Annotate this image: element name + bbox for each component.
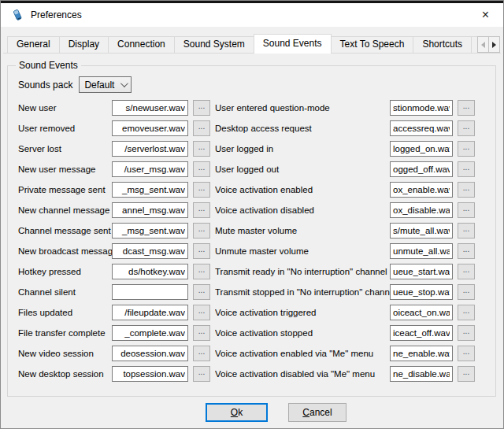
sound-event-label: Voice activation disabled via "Me" menu xyxy=(215,369,390,379)
sound-file-input[interactable] xyxy=(390,202,453,218)
sound-event-row: Voice activation triggered ... xyxy=(215,302,475,323)
sound-file-input[interactable] xyxy=(390,305,453,320)
browse-button[interactable]: ... xyxy=(193,305,210,320)
browse-button[interactable]: ... xyxy=(193,161,210,177)
sound-event-row: Transmit ready in "No interruption" chan… xyxy=(215,261,475,282)
sound-file-input[interactable] xyxy=(112,264,188,279)
sound-file-input[interactable] xyxy=(112,120,188,136)
sound-file-input[interactable] xyxy=(112,325,188,341)
sound-event-row: User removed ... xyxy=(18,118,210,139)
sound-event-label: Transmit stopped in "No interruption" ch… xyxy=(215,287,390,297)
tab-text-to-speech[interactable]: Text To Speech xyxy=(331,36,414,53)
sound-file-input[interactable] xyxy=(112,223,188,239)
app-icon xyxy=(11,9,24,21)
sound-file-input[interactable] xyxy=(112,141,188,157)
browse-button[interactable]: ... xyxy=(193,325,210,341)
sound-event-row: Transmit stopped in "No interruption" ch… xyxy=(215,282,475,302)
browse-button[interactable]: ... xyxy=(193,100,210,116)
sound-event-label: Voice activation enabled via "Me" menu xyxy=(215,349,390,358)
browse-button[interactable]: ... xyxy=(458,243,475,259)
sound-event-label: Voice activation enabled xyxy=(215,185,390,194)
sound-file-input[interactable] xyxy=(390,243,453,259)
sound-file-input[interactable] xyxy=(112,366,188,382)
sound-file-input[interactable] xyxy=(390,325,453,341)
sound-file-input[interactable] xyxy=(112,346,188,361)
browse-button[interactable]: ... xyxy=(193,366,210,382)
cancel-button[interactable]: Cancel xyxy=(288,403,346,422)
browse-button[interactable]: ... xyxy=(458,284,475,300)
groupbox-title: Sound Events xyxy=(16,60,81,71)
close-icon: × xyxy=(482,8,489,22)
chevron-down-icon xyxy=(120,80,128,87)
browse-button[interactable]: ... xyxy=(193,223,210,239)
sound-event-row: Private message sent ... xyxy=(18,179,210,200)
sound-file-input[interactable] xyxy=(390,100,453,116)
sound-file-input[interactable] xyxy=(390,223,453,239)
sound-event-label: Channel silent xyxy=(18,287,112,297)
sound-event-label: Transmit ready in "No interruption" chan… xyxy=(215,267,390,276)
sound-file-input[interactable] xyxy=(390,366,453,382)
sound-event-label: Voice activation disabled xyxy=(215,205,390,215)
browse-button[interactable]: ... xyxy=(193,120,210,136)
sound-event-label: Hotkey pressed xyxy=(18,267,112,276)
sound-file-input[interactable] xyxy=(112,243,188,259)
sound-file-input[interactable] xyxy=(112,284,188,300)
sound-file-input[interactable] xyxy=(390,120,453,136)
sound-file-input[interactable] xyxy=(390,284,453,300)
browse-button[interactable]: ... xyxy=(193,243,210,259)
browse-button[interactable]: ... xyxy=(458,264,475,279)
sound-event-row: Voice activation disabled via "Me" menu … xyxy=(215,364,475,384)
sound-event-label: Voice activation stopped xyxy=(215,328,390,338)
sound-file-input[interactable] xyxy=(112,305,188,320)
tab-sound-system[interactable]: Sound System xyxy=(174,36,254,53)
tab-scroll-left-button[interactable] xyxy=(477,36,489,53)
sound-events-left-column: New user ... User removed ... Server los… xyxy=(18,98,210,384)
window-title: Preferences xyxy=(31,9,82,20)
sound-file-input[interactable] xyxy=(112,202,188,218)
sound-event-row: Voice activation enabled ... xyxy=(215,179,475,200)
browse-button[interactable]: ... xyxy=(458,202,475,218)
tab-display[interactable]: Display xyxy=(59,36,109,53)
sound-file-input[interactable] xyxy=(390,346,453,361)
browse-button[interactable]: ... xyxy=(458,325,475,341)
tab-shortcuts[interactable]: Shortcuts xyxy=(413,36,472,53)
sounds-pack-value: Default xyxy=(84,80,114,91)
close-button[interactable]: × xyxy=(468,3,503,27)
tab-general[interactable]: General xyxy=(7,36,60,53)
sound-event-label: User removed xyxy=(18,124,112,133)
sound-file-input[interactable] xyxy=(112,182,188,198)
sound-file-input[interactable] xyxy=(390,264,453,279)
arrow-right-icon xyxy=(492,42,496,48)
browse-button[interactable]: ... xyxy=(193,346,210,361)
arrow-left-icon xyxy=(481,42,485,48)
browse-button[interactable]: ... xyxy=(458,366,475,382)
sound-event-row: Voice activation stopped ... xyxy=(215,323,475,343)
sound-file-input[interactable] xyxy=(390,182,453,198)
sound-file-input[interactable] xyxy=(390,161,453,177)
sound-file-input[interactable] xyxy=(112,161,188,177)
browse-button[interactable]: ... xyxy=(458,120,475,136)
sound-event-label: New desktop session xyxy=(18,369,112,379)
browse-button[interactable]: ... xyxy=(458,305,475,320)
sound-event-label: User logged in xyxy=(215,144,390,153)
browse-button[interactable]: ... xyxy=(193,182,210,198)
browse-button[interactable]: ... xyxy=(458,100,475,116)
sound-event-row: User entered question-mode ... xyxy=(215,98,475,118)
tab-connection[interactable]: Connection xyxy=(108,36,175,53)
sound-file-input[interactable] xyxy=(112,100,188,116)
browse-button[interactable]: ... xyxy=(458,161,475,177)
browse-button[interactable]: ... xyxy=(458,346,475,361)
ok-button-label: Ok xyxy=(231,407,243,418)
tab-scroll-right-button[interactable] xyxy=(488,36,500,53)
browse-button[interactable]: ... xyxy=(458,182,475,198)
browse-button[interactable]: ... xyxy=(193,141,210,157)
browse-button[interactable]: ... xyxy=(458,141,475,157)
browse-button[interactable]: ... xyxy=(193,264,210,279)
browse-button[interactable]: ... xyxy=(193,284,210,300)
browse-button[interactable]: ... xyxy=(193,202,210,218)
sounds-pack-select[interactable]: Default xyxy=(79,76,132,93)
tab-sound-events[interactable]: Sound Events xyxy=(254,34,332,54)
sound-file-input[interactable] xyxy=(390,141,453,157)
browse-button[interactable]: ... xyxy=(458,223,475,239)
ok-button[interactable]: Ok xyxy=(206,403,268,422)
